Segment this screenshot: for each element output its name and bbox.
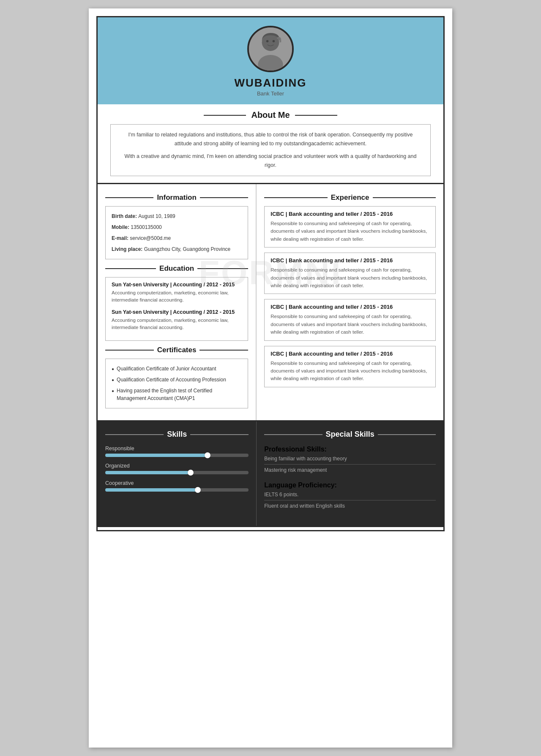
edu-item-2: Sun Yat-sen University | Accounting / 20… <box>112 309 242 332</box>
skill-label-3: Cooperative <box>105 480 249 486</box>
exp-title-1: ICBC | Bank accounting and teller / 2015… <box>270 211 429 217</box>
skill-row-1: Responsible <box>105 446 249 457</box>
skills-line-right <box>190 434 249 435</box>
location-label: Living place: <box>112 246 144 252</box>
skill-bar-bg-3 <box>105 488 249 492</box>
exp-desc-3: Responsible to consuming and safekeeping… <box>270 313 429 336</box>
skill-bar-fill-1 <box>105 454 208 457</box>
edu-desc-1: Accounting computerization, marketing, e… <box>112 289 242 304</box>
information-box: Birth date: August 10, 1989 Mobile: 1350… <box>105 206 248 259</box>
lang-skill-2: Fluent oral and written English skills <box>264 500 436 511</box>
avatar <box>247 26 294 72</box>
special-line-right <box>378 434 436 435</box>
skills-title: Skills <box>167 430 187 439</box>
information-title: Information <box>157 193 197 202</box>
candidate-title: Bank Teller <box>257 90 284 97</box>
info-email: E-mail: service@500d.me <box>112 233 242 244</box>
exp-desc-2: Responsible to consuming and safekeeping… <box>270 266 429 289</box>
special-skills-column: Special Skills Professional Skills: Bein… <box>257 422 443 526</box>
cert-bullet-2: ● <box>112 377 114 383</box>
cert-text-3: Having passed the English test of Certif… <box>117 387 242 402</box>
pro-skill-2: Mastering risk management <box>264 465 436 476</box>
header-section: WUBAIDING Bank Teller About Me I'm famil… <box>96 16 445 184</box>
edu-item-1: Sun Yat-sen University | Accounting / 20… <box>112 282 242 304</box>
exp-line-right <box>373 197 436 198</box>
cert-bullet-1: ● <box>112 366 114 373</box>
email-value: service@500d.me <box>130 235 171 241</box>
certificates-box: ● Qualification Certificate of Junior Ac… <box>105 359 248 408</box>
cert-item-1: ● Qualification Certificate of Junior Ac… <box>112 363 242 374</box>
info-mobile: Mobile: 13500135000 <box>112 222 242 233</box>
exp-title-3: ICBC | Bank accounting and teller / 2015… <box>270 304 429 310</box>
about-box: I'm familiar to related regulations and … <box>110 124 431 176</box>
edu-desc-2: Accounting computerization, marketing, e… <box>112 317 242 332</box>
pro-skill-1: Being familiar with accounting theory <box>264 453 436 465</box>
professional-skills-group: Professional Skills: Being familiar with… <box>264 446 436 476</box>
dark-section: Skills Responsible Organized Cooperative <box>96 420 445 527</box>
about-title: About Me <box>251 110 290 120</box>
bottom-border <box>96 527 445 531</box>
experience-heading: Experience <box>264 193 436 202</box>
lang-skill-1: IELTS 6 points. <box>264 489 436 500</box>
special-skills-heading: Special Skills <box>264 430 436 439</box>
education-box: Sun Yat-sen University | Accounting / 20… <box>105 277 248 341</box>
skill-row-3: Cooperative <box>105 480 249 492</box>
candidate-name: WUBAIDING <box>234 76 306 90</box>
skills-column: Skills Responsible Organized Cooperative <box>98 422 257 526</box>
heading-line-right <box>295 115 337 116</box>
education-heading: Education <box>105 264 248 273</box>
edu-line-right <box>197 268 248 269</box>
experience-title: Experience <box>331 193 369 202</box>
location-value: Guangzhou City, Guangdong Province <box>144 246 231 252</box>
cert-item-2: ● Qualification Certificate of Accountin… <box>112 374 242 385</box>
skills-line-left <box>105 434 164 435</box>
education-title: Education <box>159 264 194 273</box>
language-label: Language Proficiency: <box>264 481 436 489</box>
email-label: E-mail: <box>112 235 130 241</box>
heading-line-left <box>204 115 246 116</box>
certificates-heading: Certificates <box>105 346 248 354</box>
mobile-value: 13500135000 <box>131 224 161 230</box>
exp-desc-4: Responsible to consuming and safekeeping… <box>270 359 429 383</box>
svg-point-3 <box>266 40 269 43</box>
skill-bar-fill-2 <box>105 471 191 474</box>
about-para1: I'm familiar to related regulations and … <box>119 131 422 149</box>
exp-item-3: ICBC | Bank accounting and teller / 2015… <box>264 299 436 340</box>
exp-item-2: ICBC | Bank accounting and teller / 2015… <box>264 253 436 294</box>
information-heading: Information <box>105 193 248 202</box>
special-line-left <box>264 434 322 435</box>
birthdate-label: Birth date: <box>112 213 138 219</box>
info-birthdate: Birth date: August 10, 1989 <box>112 211 242 222</box>
mobile-label: Mobile: <box>112 224 131 230</box>
skill-label-2: Organized <box>105 463 249 469</box>
exp-item-1: ICBC | Bank accounting and teller / 2015… <box>264 206 436 247</box>
certificates-title: Certificates <box>157 346 197 354</box>
exp-title-4: ICBC | Bank accounting and teller / 2015… <box>270 351 429 357</box>
skill-bar-fill-3 <box>105 488 199 492</box>
exp-item-4: ICBC | Bank accounting and teller / 2015… <box>264 346 436 387</box>
about-section: About Me I'm familiar to related regulat… <box>98 104 443 183</box>
skill-bar-bg-1 <box>105 454 249 457</box>
edu-line-left <box>105 268 156 269</box>
about-heading: About Me <box>110 110 431 120</box>
skill-row-2: Organized <box>105 463 249 474</box>
exp-title-2: ICBC | Bank accounting and teller / 2015… <box>270 257 429 264</box>
language-skills-group: Language Proficiency: IELTS 6 points. Fl… <box>264 481 436 511</box>
cert-item-3: ● Having passed the English test of Cert… <box>112 385 242 404</box>
cert-line-right <box>199 350 248 351</box>
birthdate-value: August 10, 1989 <box>138 213 175 219</box>
info-location: Living place: Guangzhou City, Guangdong … <box>112 244 242 255</box>
header-top: WUBAIDING Bank Teller <box>98 17 443 104</box>
skill-bar-bg-2 <box>105 471 249 474</box>
exp-desc-1: Responsible to consuming and safekeeping… <box>270 220 429 243</box>
professional-label: Professional Skills: <box>264 446 436 453</box>
cert-bullet-3: ● <box>112 388 114 402</box>
resume-container: WUBAIDING Bank Teller About Me I'm famil… <box>89 8 452 748</box>
edu-title-1: Sun Yat-sen University | Accounting / 20… <box>112 282 242 288</box>
two-col-section: Information Birth date: August 10, 1989 … <box>96 184 445 420</box>
info-line-right <box>200 197 248 198</box>
cert-text-1: Qualification Certificate of Junior Acco… <box>117 365 216 373</box>
exp-line-left <box>264 197 328 198</box>
edu-title-2: Sun Yat-sen University | Accounting / 20… <box>112 309 242 315</box>
info-line-left <box>105 197 153 198</box>
